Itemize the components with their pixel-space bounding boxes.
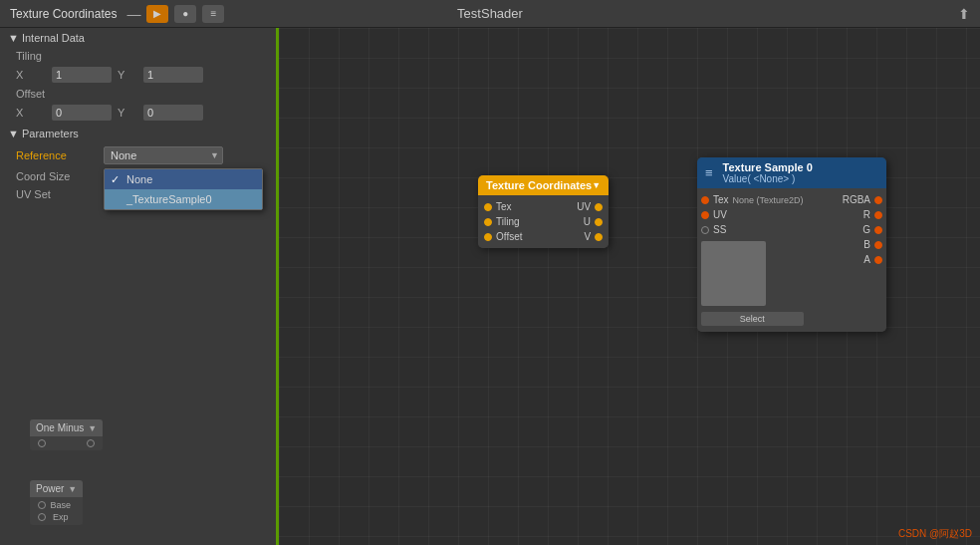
check-icon: ✓: [111, 173, 120, 186]
ts-input-tex: Tex None (Texture2D): [697, 192, 808, 207]
power-header: Power ▼: [30, 480, 83, 497]
tc-port-offset-right: V: [584, 231, 603, 242]
circle-button[interactable]: ●: [174, 5, 196, 23]
tc-port-offset-left: Offset: [484, 231, 523, 242]
ts-output-a: A: [808, 252, 886, 267]
offset-x-input[interactable]: [52, 105, 112, 121]
one-minus-header: One Minus ▼: [30, 419, 103, 436]
ts-r-label: R: [863, 209, 870, 220]
ts-subtitle: Value( <None> ): [723, 173, 813, 184]
tc-offset-input-dot: [484, 233, 492, 241]
ts-a-label: A: [863, 254, 870, 265]
tc-u-label: U: [584, 216, 591, 227]
internal-data-label: ▼ Internal Data: [8, 32, 85, 44]
tc-u-output-dot: [595, 218, 603, 226]
tiling-x-label: X: [16, 69, 46, 81]
one-minus-port-row: [36, 438, 97, 448]
ts-g-label: G: [862, 224, 870, 235]
tiling-y-input[interactable]: [143, 67, 203, 83]
power-exp-input: [38, 513, 46, 521]
menu-button[interactable]: ≡: [202, 5, 224, 23]
offset-x-label: X: [16, 107, 46, 119]
left-panel: ▼ Internal Data Tiling X Y Offset X Y ▼ …: [0, 28, 279, 545]
tc-header-arrow[interactable]: ▼: [592, 180, 601, 190]
tiling-y-label: Y: [118, 69, 137, 81]
ts-select-button[interactable]: Select: [701, 312, 804, 326]
play-button[interactable]: ▶: [146, 5, 168, 23]
one-minus-input-port: [38, 439, 46, 447]
texture-coordinates-node: Texture Coordinates ▼ Tex UV: [478, 175, 609, 248]
dropdown-option-none[interactable]: ✓ None: [105, 169, 262, 189]
ts-output-r: R: [808, 207, 886, 222]
tc-v-output-dot: [595, 233, 603, 241]
ts-r-dot: [874, 211, 882, 219]
power-port-row-base: Base: [36, 499, 77, 511]
one-minus-output-port: [87, 439, 95, 447]
power-body: Base Exp: [30, 497, 83, 525]
coord-size-label: Coord Size: [16, 170, 96, 182]
dropdown-option-texturesample0-label: _TextureSample0: [126, 193, 212, 205]
one-minus-body: [30, 436, 103, 450]
ts-ss-input-label: SS: [713, 224, 726, 235]
ts-header-text: Texture Sample 0 Value( <None> ): [723, 161, 813, 184]
power-arrow[interactable]: ▼: [68, 484, 77, 494]
ts-ss-input-dot: [701, 226, 709, 234]
power-node: Power ▼ Base Exp: [30, 480, 83, 525]
offset-y-input[interactable]: [143, 105, 203, 121]
power-base-input: [38, 501, 46, 509]
offset-row: X Y: [0, 102, 276, 124]
reference-row: Reference None ▼ ✓ None _TextureSample0: [0, 143, 276, 167]
ts-menu-icon[interactable]: ≡: [705, 165, 713, 180]
power-port-row-exp: Exp: [36, 511, 77, 523]
top-bar-left: Texture Coordinates — ▶ ● ≡: [10, 5, 224, 23]
ts-right-panel: RGBA R G B A: [808, 188, 886, 332]
tc-node-body: Tex UV Tiling U: [478, 195, 609, 248]
ts-tex-value: None (Texture2D): [733, 195, 804, 205]
reference-label: Reference: [16, 149, 96, 161]
one-minus-label: One Minus: [36, 422, 84, 433]
ts-rgba-dot: [874, 196, 882, 204]
ts-a-dot: [874, 256, 882, 264]
ts-rgba-label: RGBA: [843, 194, 870, 205]
ts-tex-input-label: Tex: [713, 194, 729, 205]
tc-offset-label: Offset: [496, 231, 523, 242]
one-minus-arrow[interactable]: ▼: [88, 423, 97, 433]
ts-b-label: B: [863, 239, 870, 250]
ts-tex-input-dot: [701, 196, 709, 204]
tc-tiling-label: Tiling: [496, 216, 520, 227]
parameters-header[interactable]: ▼ Parameters: [0, 124, 276, 143]
power-base-label: Base: [46, 500, 75, 510]
top-bar: Texture Coordinates — ▶ ● ≡ TestShader ⬆: [0, 0, 980, 28]
share-icon[interactable]: ⬆: [958, 6, 970, 22]
minimize-button[interactable]: —: [126, 6, 140, 22]
offset-y-label: Y: [118, 107, 137, 119]
ts-preview-image: [701, 241, 766, 306]
ts-title: Texture Sample 0: [723, 161, 813, 173]
canvas-area: Texture Coordinates ▼ Tex UV: [279, 28, 980, 545]
dropdown-option-none-label: None: [126, 173, 152, 185]
ts-g-dot: [874, 226, 882, 234]
ts-header: ≡ Texture Sample 0 Value( <None> ): [697, 157, 886, 188]
ts-output-b: B: [808, 237, 886, 252]
reference-dropdown-container: None ▼ ✓ None _TextureSample0: [104, 146, 223, 164]
one-minus-node: One Minus ▼: [30, 419, 103, 450]
tc-tex-label: Tex: [496, 201, 512, 212]
tiling-x-input[interactable]: [52, 67, 112, 83]
reference-dropdown-value: None: [111, 149, 136, 161]
uv-set-label: UV Set: [16, 188, 96, 200]
tc-tex-input-dot: [484, 203, 492, 211]
reference-dropdown-menu: ✓ None _TextureSample0: [104, 168, 263, 210]
panel-title-label: Texture Coordinates: [10, 7, 117, 21]
main-layout: ▼ Internal Data Tiling X Y Offset X Y ▼ …: [0, 28, 980, 545]
internal-data-header[interactable]: ▼ Internal Data: [0, 28, 276, 48]
dropdown-option-texturesample0[interactable]: _TextureSample0: [105, 189, 262, 209]
tc-uv-output-dot: [595, 203, 603, 211]
tc-port-tex-left: Tex: [484, 201, 512, 212]
ts-left-panel: Tex None (Texture2D) UV SS: [697, 188, 808, 332]
credit-text: CSDN @阿赵3D: [898, 527, 972, 541]
tc-port-tex: Tex UV: [478, 199, 609, 214]
reference-dropdown-btn[interactable]: None ▼: [104, 146, 223, 164]
power-exp-label: Exp: [46, 512, 75, 522]
tiling-label: Tiling: [0, 48, 276, 64]
texture-sample-node: ≡ Texture Sample 0 Value( <None> ) Tex N…: [697, 157, 886, 332]
